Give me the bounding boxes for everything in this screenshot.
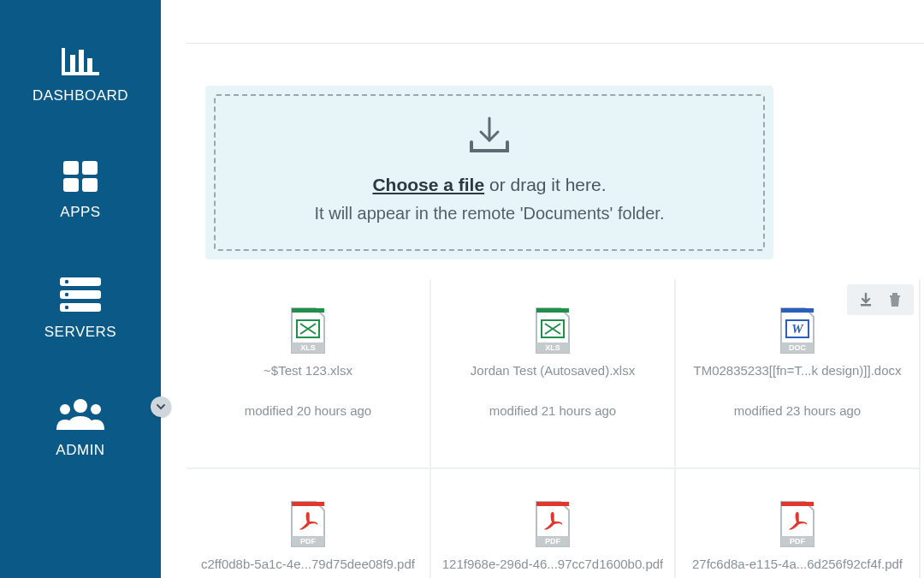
trash-icon [888, 292, 902, 307]
download-icon [858, 292, 874, 307]
svg-text:PDF: PDF [790, 537, 806, 545]
sidebar-item-label: DASHBOARD [33, 87, 128, 104]
svg-rect-22 [536, 308, 569, 313]
dropzone-line1: Choose a file or drag it here. [233, 175, 746, 195]
svg-rect-6 [82, 161, 98, 175]
main-content: Choose a file or drag it here. It will a… [161, 0, 924, 578]
svg-text:PDF: PDF [300, 537, 317, 545]
doc-file-icon: W DOC [778, 307, 817, 355]
dropzone-line2: It will appear in the remote 'Documents'… [233, 204, 746, 223]
upload-dropzone[interactable]: Choose a file or drag it here. It will a… [205, 86, 773, 259]
file-name: c2ff0d8b-5a1c-4e...79d75dee08f9.pdf [201, 557, 415, 571]
file-grid: XLS ~$Test 123.xlsx modified 20 hours ag… [187, 279, 924, 578]
upload-icon [466, 115, 512, 156]
svg-rect-29 [781, 308, 814, 313]
sidebar-item-label: SERVERS [44, 324, 116, 341]
svg-rect-3 [79, 50, 84, 72]
svg-rect-5 [63, 161, 79, 175]
xls-file-icon: XLS [288, 307, 328, 355]
dropzone-drag-text: or drag it here. [484, 175, 606, 194]
admin-icon [55, 396, 106, 432]
pdf-file-icon: PDF [533, 500, 572, 548]
svg-rect-37 [536, 502, 569, 506]
file-card[interactable]: XLS Jordan Test (Autosaved).xlsx modifie… [431, 279, 676, 469]
delete-button[interactable] [881, 288, 909, 312]
file-name: ~$Test 123.xlsx [264, 363, 352, 378]
svg-point-13 [65, 293, 68, 296]
svg-text:XLS: XLS [545, 343, 560, 352]
svg-rect-8 [82, 178, 98, 192]
servers-icon [58, 276, 103, 313]
file-modified: modified 20 hours ago [245, 403, 371, 418]
download-button[interactable] [852, 288, 880, 312]
file-name: Jordan Test (Autosaved).xlsx [471, 363, 635, 378]
file-name: 121f968e-296d-46...97cc7d1600b0.pdf [442, 557, 664, 571]
pdf-file-icon: PDF [778, 500, 817, 548]
svg-rect-2 [70, 55, 75, 72]
file-modified: modified 23 hours ago [734, 403, 861, 418]
svg-rect-7 [63, 178, 79, 192]
svg-rect-4 [87, 58, 92, 72]
file-card-actions [847, 284, 914, 315]
svg-rect-40 [781, 502, 814, 506]
svg-rect-28 [892, 293, 897, 295]
svg-rect-0 [62, 72, 99, 75]
file-card[interactable]: PDF 121f968e-296d-46...97cc7d1600b0.pdf [431, 469, 676, 578]
svg-rect-27 [890, 295, 900, 297]
sidebar: DASHBOARD APPS SERVERS [0, 0, 161, 578]
sidebar-item-label: ADMIN [56, 442, 104, 459]
xls-file-icon: XLS [533, 307, 572, 355]
top-divider [187, 43, 924, 53]
svg-point-15 [74, 399, 87, 413]
choose-file-link[interactable]: Choose a file [372, 175, 484, 194]
svg-point-12 [65, 280, 68, 283]
file-card[interactable]: PDF c2ff0d8b-5a1c-4e...79d75dee08f9.pdf [187, 469, 431, 578]
svg-text:DOC: DOC [789, 343, 807, 352]
sidebar-item-label: APPS [60, 204, 100, 221]
svg-rect-34 [292, 502, 324, 506]
svg-point-17 [91, 404, 101, 414]
svg-rect-1 [62, 48, 65, 75]
upload-dropzone-inner: Choose a file or drag it here. It will a… [214, 94, 765, 251]
file-name: TM02835233[[fn=T...k design)]].docx [693, 363, 901, 378]
file-card[interactable]: XLS ~$Test 123.xlsx modified 20 hours ag… [187, 279, 431, 469]
svg-rect-26 [861, 304, 871, 307]
file-modified: modified 21 hours ago [489, 403, 616, 418]
file-card[interactable]: PDF 27fc6d8a-e115-4a...6d256f92cf4f.pdf [676, 469, 921, 578]
svg-text:PDF: PDF [545, 537, 561, 545]
sidebar-item-dashboard[interactable]: DASHBOARD [0, 17, 161, 134]
dashboard-icon [56, 43, 104, 77]
apps-icon [62, 159, 99, 194]
pdf-file-icon: PDF [288, 500, 328, 548]
svg-text:W: W [791, 322, 804, 336]
svg-rect-18 [292, 308, 324, 313]
file-card[interactable]: W DOC TM02835233[[fn=T...k design)]].doc… [676, 279, 921, 469]
file-name: 27fc6d8a-e115-4a...6d256f92cf4f.pdf [692, 557, 903, 571]
sidebar-item-servers[interactable]: SERVERS [0, 250, 161, 370]
svg-point-14 [65, 306, 68, 309]
sidebar-item-admin[interactable]: ADMIN [0, 370, 161, 488]
svg-point-16 [60, 404, 70, 414]
sidebar-item-apps[interactable]: APPS [0, 134, 161, 250]
svg-text:XLS: XLS [300, 343, 316, 352]
